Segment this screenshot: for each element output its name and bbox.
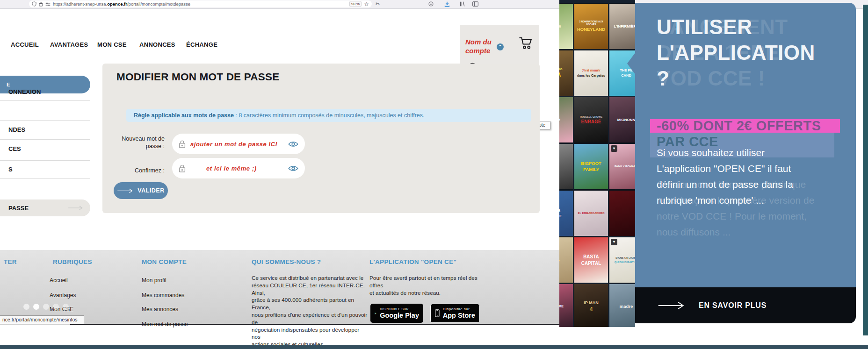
movie-poster[interactable]: MIGNONN (609, 97, 635, 142)
badge-bottom-text: Google Play (380, 312, 419, 319)
app-store-badge[interactable]: Disponible surApp Store (430, 304, 480, 323)
movie-poster[interactable]: RUSSELL CROWEENRAGÉ (574, 97, 608, 142)
carousel-dot[interactable] (53, 304, 59, 310)
poster-title: BIGFOOT (581, 161, 601, 166)
movie-poster[interactable]: EL EMBARCADERO (574, 191, 608, 236)
library-icon[interactable] (460, 1, 465, 7)
poster-title: PES, (559, 258, 560, 262)
movie-poster[interactable]: MEPES,UF (559, 237, 573, 283)
poster-title: FAMILY (583, 167, 599, 172)
url-text[interactable]: https://adherent-snep-unsa.opence.fr/por… (53, 1, 190, 7)
movie-poster[interactable]: IP MAN4 (574, 284, 608, 327)
google-play-badge[interactable]: DISPONIBLE SURGoogle Play (370, 304, 423, 323)
footer-about-text: Ce service est distribué en partenariat … (252, 275, 369, 349)
movie-poster[interactable]: CERRIQUE (559, 191, 573, 236)
bookmark-star-icon[interactable]: ☆ (364, 1, 369, 7)
poster-title: J'irai mourir (582, 69, 600, 72)
poster-title: ENRAGÉ (581, 119, 601, 125)
nav-mon-cse[interactable]: MON CSE (97, 41, 127, 48)
cart-icon[interactable] (518, 36, 533, 50)
promo-offer-ghost-line1: -60% DONT 2€ OFFERTS (657, 118, 821, 134)
movie-poster[interactable]: madre (609, 284, 635, 327)
nav-accueil[interactable]: ACCUEIL (11, 41, 39, 48)
sidebar-item-connexion[interactable]: ONNEXION (8, 88, 41, 95)
shield-icon[interactable] (32, 1, 36, 7)
poster-title: IP MAN (584, 300, 598, 305)
movie-poster[interactable]: DANS UN JARDQU'ON DIRAIT ÉT♥ (609, 237, 635, 283)
footer-heading-application: L'APPLICATION "OPEN CE" (369, 258, 456, 265)
screenshot-scissors-icon[interactable]: ✂ (376, 1, 380, 7)
divider (0, 178, 90, 179)
carousel-dots[interactable] (23, 304, 69, 310)
permissions-icon[interactable] (45, 2, 51, 7)
poster-title: QU'ON DIRAIT ÉT (615, 261, 635, 264)
confirm-password-value: et ici le même ;) (206, 165, 257, 172)
valider-button[interactable]: VALIDER (114, 182, 168, 199)
new-password-field[interactable]: ajouter un mot de passe ICI (172, 134, 305, 154)
poster-title: HONEYLAND (577, 27, 605, 32)
footer-link-avantages[interactable]: Avantages (50, 292, 76, 299)
footer-link-mon-profil[interactable]: Mon profil (142, 277, 166, 284)
password-card (102, 64, 540, 213)
carousel-dot[interactable] (63, 304, 69, 310)
rule-text: : 8 caractères minimum composés de minus… (234, 112, 425, 119)
sidebar-item-fragment[interactable]: S (8, 166, 13, 173)
pocket-icon[interactable] (428, 1, 434, 7)
sidebar-toggle-icon[interactable] (472, 1, 478, 7)
poster-title: RUSSELL CROWE (580, 115, 602, 118)
address-bar[interactable]: https://adherent-snep-unsa.opence.fr/por… (29, 0, 372, 7)
lock-icon[interactable] (39, 1, 43, 7)
sidebar-item-annonces[interactable]: CES (8, 145, 21, 152)
movie-poster[interactable]: E FEMME (559, 284, 573, 327)
movie-poster[interactable]: 2 NOMINATIONS AUX OSCARSHONEYLAND (574, 4, 608, 49)
rule-label: Règle applicable aux mots de passe (134, 112, 234, 119)
footer-link-mes-annonces[interactable]: Mes annonces (142, 306, 178, 313)
poster-title: dans les Carpates (577, 74, 605, 78)
background-window-strip (863, 5, 868, 335)
movie-poster[interactable]: BASTACAPITAL (574, 237, 608, 283)
carousel-dot[interactable] (43, 304, 49, 310)
poster-title: DANS UN JARD (615, 256, 635, 260)
movie-poster[interactable]: Fille (559, 97, 573, 142)
poster-title: 2 NOMINATIONS AUX OSCARS (574, 21, 608, 26)
carousel-dot-active[interactable] (33, 304, 39, 310)
badge-top-text: DISPONIBLE SUR (380, 308, 419, 311)
chevron-up-icon[interactable]: ⌃ (497, 43, 504, 50)
footer-link-accueil[interactable]: Accueil (50, 277, 68, 284)
movie-poster[interactable]: J'irai mourirdans les Carpates (574, 50, 608, 96)
movie-poster[interactable]: BAMAKOICA (559, 50, 573, 96)
movie-poster[interactable]: L'INFIRMIÈRE♥ (609, 4, 635, 49)
movie-poster[interactable]: FAMILY ROMANC♥ (609, 144, 635, 189)
nav-annonces[interactable]: ANNONCES (139, 41, 175, 48)
movie-poster[interactable]: nette (559, 4, 573, 49)
promo-body-text: Si vous souhaitez utiliser L'application… (657, 145, 848, 208)
show-password-eye-icon[interactable] (288, 141, 298, 148)
arrow-right-icon (658, 301, 687, 310)
footer-link-mes-commandes[interactable]: Mes commandes (142, 292, 184, 299)
confirm-password-field[interactable]: et ici le même ;) (172, 158, 305, 178)
phone-icon (435, 308, 440, 318)
sidebar-item-mot-de-passe[interactable]: PASSE (0, 199, 90, 216)
zoom-level-badge[interactable]: 90 % (349, 1, 362, 7)
favorite-heart-icon[interactable]: ♥ (611, 145, 617, 152)
nav-echange[interactable]: ÉCHANGE (186, 41, 217, 48)
page-bottom-edge (70, 324, 559, 325)
movie-poster[interactable] (609, 191, 635, 236)
nav-avantages[interactable]: AVANTAGES (50, 41, 88, 48)
lock-icon (179, 164, 186, 173)
valider-label: VALIDER (137, 187, 164, 194)
favorite-heart-icon[interactable]: ♥ (611, 239, 617, 245)
en-savoir-plus-button[interactable]: EN SAVOIR PLUS (635, 287, 856, 323)
divider (0, 120, 90, 121)
poster-title: CAPITAL (581, 261, 601, 266)
arrow-right-icon (68, 205, 84, 211)
sidebar-item-commandes[interactable]: NDES (8, 126, 25, 133)
promo-panel: LANCEMENT DE LA 1ERE VOD CCE ! UTILISER … (635, 3, 856, 323)
movie-poster[interactable]: BIGFOOTFAMILY (574, 144, 608, 189)
movie-poster[interactable]: ITE (559, 144, 573, 189)
carousel-dot[interactable] (23, 304, 29, 310)
footer-heading-contact-cut: TER (4, 258, 17, 265)
download-icon[interactable] (444, 1, 450, 7)
footer-heading-rubriques: RUBRIQUES (53, 258, 92, 265)
show-password-eye-icon[interactable] (288, 165, 298, 172)
